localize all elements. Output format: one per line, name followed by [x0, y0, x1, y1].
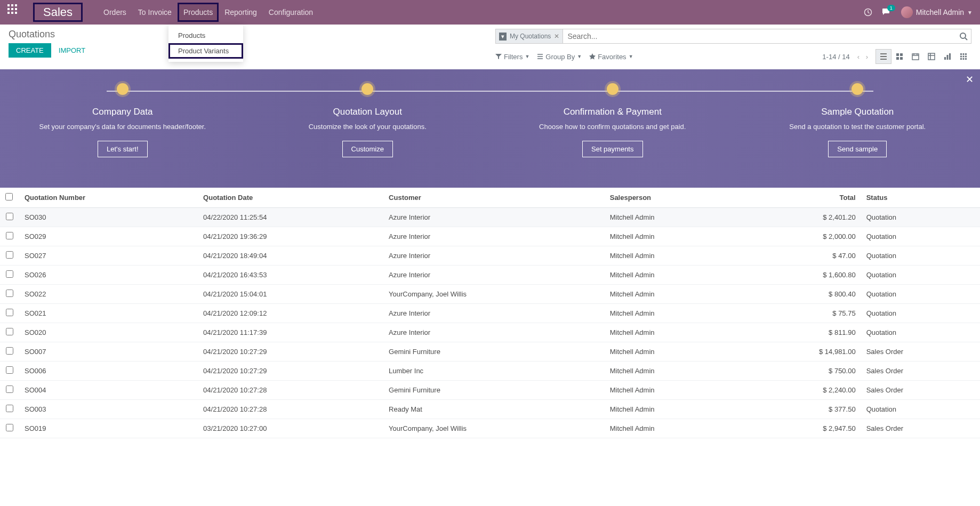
customize-button[interactable]: Customize: [342, 141, 393, 157]
user-menu[interactable]: Mitchell Admin ▼: [901, 6, 973, 18]
top-navbar: Sales Orders To Invoice Products Reporti…: [0, 0, 980, 25]
nav-item-reporting[interactable]: Reporting: [219, 3, 263, 22]
cell-salesperson: Mitchell Admin: [605, 362, 743, 381]
clock-icon[interactable]: [864, 8, 872, 17]
col-status[interactable]: Status: [861, 188, 980, 208]
send-sample-button[interactable]: Send sample: [828, 141, 887, 157]
cell-quotation-number: SO019: [19, 419, 198, 438]
onboard-step-company-data: Company Data Set your company's data for…: [0, 83, 245, 188]
col-quotation-date[interactable]: Quotation Date: [198, 188, 383, 208]
svg-rect-19: [965, 58, 967, 60]
create-button[interactable]: CREATE: [9, 43, 51, 58]
cell-quotation-number: SO007: [19, 342, 198, 362]
table-row[interactable]: SO004 04/21/2020 10:27:28 Gemini Furnitu…: [0, 381, 980, 400]
control-bar: Quotations CREATE IMPORT ▾ My Quotations…: [0, 25, 980, 67]
row-checkbox[interactable]: [6, 309, 13, 316]
row-checkbox[interactable]: [6, 328, 13, 335]
pager-next-icon[interactable]: ›: [864, 53, 870, 61]
nav-item-orders[interactable]: Orders: [98, 3, 132, 22]
cell-quotation-date: 04/21/2020 11:17:39: [198, 323, 383, 342]
col-total[interactable]: Total: [743, 188, 861, 208]
table-row[interactable]: SO020 04/21/2020 11:17:39 Azure Interior…: [0, 323, 980, 342]
filter-chip-label: My Quotations: [510, 33, 551, 40]
table-row[interactable]: SO006 04/21/2020 10:27:29 Lumber Inc Mit…: [0, 362, 980, 381]
col-salesperson[interactable]: Salesperson: [605, 188, 743, 208]
list-view-icon[interactable]: [875, 49, 891, 64]
groupby-button[interactable]: Group By ▼: [537, 53, 582, 61]
svg-rect-8: [944, 57, 946, 60]
cell-total: $ 811.90: [743, 323, 861, 342]
remove-filter-icon[interactable]: ✕: [554, 33, 559, 40]
apps-icon[interactable]: [7, 4, 23, 20]
table-row[interactable]: SO022 04/21/2020 15:04:01 YourCompany, J…: [0, 285, 980, 304]
graph-view-icon[interactable]: [939, 49, 955, 64]
app-name[interactable]: Sales: [33, 3, 83, 22]
cell-status: Quotation: [861, 304, 980, 323]
cell-customer: Azure Interior: [383, 227, 605, 246]
import-button[interactable]: IMPORT: [55, 43, 89, 58]
cell-status: Sales Order: [861, 342, 980, 362]
table-row[interactable]: SO021 04/21/2020 12:09:12 Azure Interior…: [0, 304, 980, 323]
search-input[interactable]: [563, 32, 956, 41]
cell-quotation-date: 04/21/2020 12:09:12: [198, 304, 383, 323]
step-dot-icon: [852, 83, 863, 95]
cell-quotation-date: 03/21/2020 10:27:00: [198, 419, 383, 438]
table-row[interactable]: SO019 03/21/2020 10:27:00 YourCompany, J…: [0, 419, 980, 438]
table-row[interactable]: SO003 04/21/2020 10:27:28 Ready Mat Mitc…: [0, 400, 980, 419]
funnel-icon: ▾: [499, 33, 507, 41]
table-header-row: Quotation Number Quotation Date Customer…: [0, 188, 980, 208]
filters-button[interactable]: Filters ▼: [495, 53, 529, 61]
favorites-button[interactable]: Favorites ▼: [589, 53, 633, 61]
nav-item-products[interactable]: Products: [178, 3, 219, 22]
star-icon: [589, 53, 596, 60]
pivot-view-icon[interactable]: [923, 49, 939, 64]
row-checkbox[interactable]: [6, 424, 13, 431]
row-checkbox[interactable]: [6, 385, 13, 393]
onboard-step-sample-quotation: Sample Quotation Send a quotation to tes…: [735, 83, 981, 188]
svg-rect-7: [928, 53, 935, 60]
calendar-view-icon[interactable]: [907, 49, 923, 64]
cell-salesperson: Mitchell Admin: [605, 246, 743, 266]
cell-customer: Gemini Furniture: [383, 381, 605, 400]
page-title: Quotations: [9, 29, 485, 40]
lets-start-button[interactable]: Let's start!: [98, 141, 148, 157]
row-checkbox[interactable]: [6, 251, 13, 259]
row-checkbox[interactable]: [6, 232, 13, 239]
table-row[interactable]: SO029 04/21/2020 19:36:29 Azure Interior…: [0, 227, 980, 246]
search-box: ▾ My Quotations ✕: [495, 29, 971, 44]
kanban-view-icon[interactable]: [891, 49, 907, 64]
search-filter-chip[interactable]: ▾ My Quotations ✕: [496, 29, 563, 43]
col-customer[interactable]: Customer: [383, 188, 605, 208]
avatar: [901, 6, 913, 18]
table-row[interactable]: SO026 04/21/2020 16:43:53 Azure Interior…: [0, 266, 980, 285]
row-checkbox[interactable]: [6, 366, 13, 374]
cell-salesperson: Mitchell Admin: [605, 419, 743, 438]
select-all-checkbox[interactable]: [5, 193, 13, 200]
table-row[interactable]: SO030 04/22/2020 11:25:54 Azure Interior…: [0, 208, 980, 227]
row-checkbox[interactable]: [6, 290, 13, 297]
search-toolbar: Filters ▼ Group By ▼ Favorites ▼ 1-14 / …: [495, 49, 971, 64]
row-checkbox[interactable]: [6, 347, 13, 355]
cell-total: $ 750.00: [743, 362, 861, 381]
cell-quotation-date: 04/21/2020 18:49:04: [198, 246, 383, 266]
search-icon[interactable]: [956, 32, 971, 41]
nav-item-to-invoice[interactable]: To Invoice: [132, 3, 178, 22]
dropdown-item-products[interactable]: Products: [168, 28, 243, 43]
step-dot-icon: [117, 83, 128, 95]
messages-icon[interactable]: 1: [882, 8, 891, 17]
set-payments-button[interactable]: Set payments: [582, 141, 643, 157]
activity-view-icon[interactable]: [955, 49, 971, 64]
cell-quotation-number: SO020: [19, 323, 198, 342]
col-quotation-number[interactable]: Quotation Number: [19, 188, 198, 208]
row-checkbox[interactable]: [6, 405, 13, 412]
nav-item-configuration[interactable]: Configuration: [263, 3, 319, 22]
pager-text[interactable]: 1-14 / 14: [822, 53, 849, 61]
cell-quotation-date: 04/21/2020 10:27:28: [198, 400, 383, 419]
table-row[interactable]: SO027 04/21/2020 18:49:04 Azure Interior…: [0, 246, 980, 266]
dropdown-item-product-variants[interactable]: Product Variants: [168, 43, 243, 59]
row-checkbox[interactable]: [6, 270, 13, 278]
cell-total: $ 1,600.80: [743, 266, 861, 285]
row-checkbox[interactable]: [6, 213, 13, 220]
table-row[interactable]: SO007 04/21/2020 10:27:29 Gemini Furnitu…: [0, 342, 980, 362]
pager-prev-icon[interactable]: ‹: [855, 53, 862, 61]
